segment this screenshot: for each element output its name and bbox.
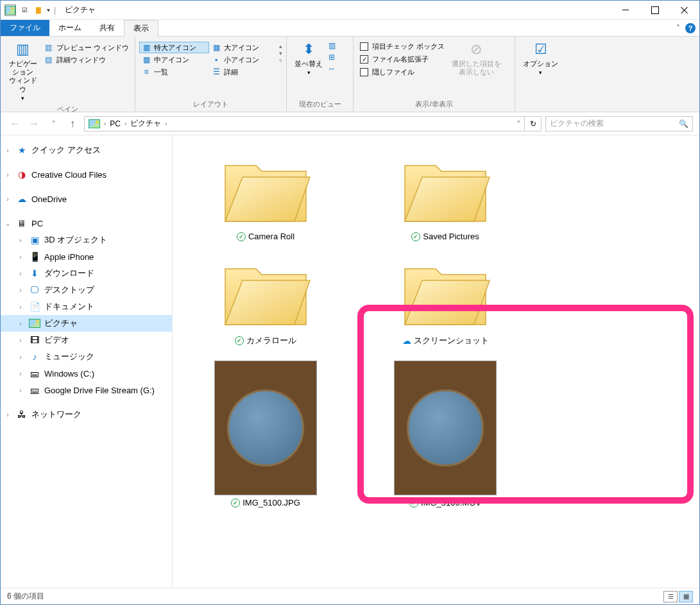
layout-scroll-up-icon[interactable]: ▴ bbox=[279, 43, 282, 49]
refresh-button[interactable]: ↻ bbox=[525, 116, 542, 132]
layout-m-icons[interactable]: ▦中アイコン bbox=[139, 54, 209, 65]
maximize-button[interactable] bbox=[640, 1, 670, 20]
minimize-button[interactable] bbox=[611, 1, 640, 20]
sidebar-item-pc[interactable]: ⌄🖥PC bbox=[1, 215, 172, 232]
sidebar-item-apple-iphone[interactable]: ›📱Apple iPhone bbox=[1, 248, 172, 265]
hidden-items-toggle[interactable]: 隠しファイル bbox=[357, 66, 447, 78]
layout-xl-icons[interactable]: ▦特大アイコン bbox=[139, 42, 209, 53]
group-by-icon[interactable]: ▥ bbox=[327, 40, 337, 51]
window-controls bbox=[611, 1, 699, 20]
list-item[interactable]: ✓IMG_5100.JPG bbox=[179, 357, 352, 511]
layout-s-icons[interactable]: ▪小アイコン bbox=[209, 54, 279, 65]
sidebar-item-label: OneDrive bbox=[31, 194, 67, 204]
add-columns-icon[interactable]: ⊞ bbox=[327, 52, 337, 62]
address-dropdown-icon[interactable]: ˅ bbox=[517, 120, 520, 127]
folder-icon bbox=[218, 152, 314, 229]
chevron-right-icon[interactable]: › bbox=[16, 354, 25, 361]
chevron-right-icon[interactable]: › bbox=[16, 303, 25, 311]
list-item[interactable]: ☁スクリーンショット bbox=[359, 251, 532, 350]
detail-pane-button[interactable]: ▤詳細ウィンドウ bbox=[42, 54, 131, 65]
forward-button[interactable]: → bbox=[26, 116, 42, 132]
close-button[interactable] bbox=[670, 1, 699, 20]
chevron-right-icon[interactable]: › bbox=[165, 120, 167, 127]
file-ext-toggle[interactable]: ✓ファイル名拡張子 bbox=[357, 53, 447, 65]
ribbon-collapse-icon[interactable]: ˄ bbox=[676, 24, 680, 33]
sidebar-item-onedrive[interactable]: ›☁OneDrive bbox=[1, 191, 172, 207]
sidebar-item-label: ダウンロード bbox=[44, 268, 94, 279]
item-name: カメラロール bbox=[246, 335, 296, 346]
list-item[interactable]: ✓Camera Roll bbox=[179, 148, 352, 245]
list-item[interactable]: ✓カメラロール bbox=[179, 251, 352, 350]
desktop-icon: 🖵 bbox=[29, 284, 40, 296]
sidebar-item-music[interactable]: ›♪ミュージック bbox=[1, 348, 172, 365]
chevron-right-icon[interactable]: › bbox=[16, 320, 25, 327]
qat-dropdown-icon[interactable]: ▾ bbox=[47, 6, 50, 13]
chevron-right-icon[interactable]: › bbox=[16, 287, 25, 294]
help-icon[interactable]: ? bbox=[685, 23, 696, 33]
qat-new-folder-icon[interactable]: ▇ bbox=[33, 4, 44, 16]
hide-selected-button[interactable]: ⊘ 選択した項目を 表示しない bbox=[447, 39, 505, 78]
layout-more-icon[interactable]: ▿ bbox=[279, 57, 282, 64]
chevron-right-icon[interactable]: › bbox=[16, 337, 25, 344]
nav-pane-icon: ▥ bbox=[13, 40, 33, 58]
tab-share[interactable]: 共有 bbox=[90, 20, 124, 36]
breadcrumb[interactable]: › PC › ピクチャ › ˅ bbox=[84, 116, 525, 132]
nav-pane-button[interactable]: ▥ ナビゲーション ウィンドウ ▾ bbox=[4, 39, 42, 103]
tab-view[interactable]: 表示 bbox=[124, 20, 158, 37]
preview-pane-icon: ▥ bbox=[44, 42, 54, 53]
search-icon: 🔍 bbox=[679, 119, 688, 128]
sidebar-item-cdrive[interactable]: ›🖴Windows (C:) bbox=[1, 365, 172, 382]
sidebar-item-quick-access[interactable]: ›★クイック アクセス bbox=[1, 142, 172, 158]
sync-ok-icon: ✓ bbox=[411, 232, 420, 241]
recent-locations-button[interactable]: ˅ bbox=[46, 116, 61, 132]
sidebar-item-documents[interactable]: ›📄ドキュメント bbox=[1, 298, 172, 315]
item-checkboxes-toggle[interactable]: 項目チェック ボックス bbox=[357, 40, 447, 53]
chevron-right-icon[interactable]: › bbox=[16, 270, 25, 277]
m-icons-label: 中アイコン bbox=[154, 55, 189, 65]
sidebar-item-creative-cloud[interactable]: ›◑Creative Cloud Files bbox=[1, 166, 172, 183]
chevron-right-icon[interactable]: › bbox=[3, 147, 12, 154]
layout-l-icons[interactable]: ▦大アイコン bbox=[209, 42, 279, 53]
crumb-pictures[interactable]: ピクチャ bbox=[130, 118, 161, 129]
up-button[interactable]: ↑ bbox=[65, 116, 80, 132]
layout-details[interactable]: ☰詳細 bbox=[209, 66, 279, 78]
file-list[interactable]: ✓Camera Roll ✓Saved Pictures ✓カメラロール bbox=[173, 135, 699, 588]
chevron-right-icon[interactable]: › bbox=[16, 253, 25, 260]
search-input[interactable]: ピクチャの検索 🔍 bbox=[545, 116, 693, 132]
details-view-toggle[interactable]: ☰ bbox=[663, 591, 678, 602]
chevron-right-icon[interactable]: › bbox=[104, 120, 106, 127]
chevron-right-icon[interactable]: › bbox=[16, 387, 25, 394]
layout-scroll-down-icon[interactable]: ▾ bbox=[279, 50, 282, 56]
preview-pane-button[interactable]: ▥プレビュー ウィンドウ bbox=[42, 42, 131, 53]
sidebar-item-desktop[interactable]: ›🖵デスクトップ bbox=[1, 282, 172, 298]
sidebar-item-videos[interactable]: ›🎞ビデオ bbox=[1, 332, 172, 348]
list-item[interactable]: ✓IMG_5100.MOV bbox=[359, 357, 532, 511]
chevron-right-icon[interactable]: › bbox=[16, 237, 25, 244]
item-name: IMG_5100.MOV bbox=[421, 498, 481, 507]
sidebar-item-pictures[interactable]: ›ピクチャ bbox=[1, 315, 172, 332]
thumbnails-view-toggle[interactable]: ▦ bbox=[679, 591, 693, 602]
chevron-right-icon[interactable]: › bbox=[3, 196, 12, 203]
list-item[interactable]: ✓Saved Pictures bbox=[359, 148, 532, 245]
layout-list[interactable]: ≡一覧 bbox=[139, 66, 209, 78]
crumb-pc[interactable]: PC bbox=[110, 119, 121, 128]
sort-icon: ⬍ bbox=[298, 40, 319, 58]
qat-properties-icon[interactable]: ☑ bbox=[19, 4, 30, 16]
back-button[interactable]: ← bbox=[7, 116, 22, 132]
sort-button[interactable]: ⬍ 並べ替え ▾ bbox=[291, 39, 327, 78]
chevron-right-icon[interactable]: › bbox=[3, 171, 12, 178]
chevron-right-icon[interactable]: › bbox=[3, 411, 12, 418]
sidebar-item-3d-objects[interactable]: ›▣3D オブジェクト bbox=[1, 232, 172, 248]
chevron-right-icon[interactable]: › bbox=[124, 120, 126, 127]
chevron-down-icon: ▾ bbox=[21, 95, 24, 102]
sidebar-item-network[interactable]: ›🖧ネットワーク bbox=[1, 406, 172, 423]
tab-file[interactable]: ファイル bbox=[1, 20, 49, 36]
size-columns-icon[interactable]: ↔ bbox=[327, 64, 337, 74]
tab-home[interactable]: ホーム bbox=[49, 20, 90, 36]
options-button[interactable]: ☑ オプション ▾ bbox=[519, 39, 562, 78]
chevron-down-icon[interactable]: ⌄ bbox=[3, 220, 12, 227]
sidebar-item-downloads[interactable]: ›⬇ダウンロード bbox=[1, 265, 172, 282]
ribbon-group-panes: ▥ ナビゲーション ウィンドウ ▾ ▥プレビュー ウィンドウ ▤詳細ウィンドウ … bbox=[1, 37, 135, 112]
chevron-right-icon[interactable]: › bbox=[16, 370, 25, 377]
sidebar-item-gdrive[interactable]: ›🖴Google Drive File Stream (G:) bbox=[1, 382, 172, 398]
